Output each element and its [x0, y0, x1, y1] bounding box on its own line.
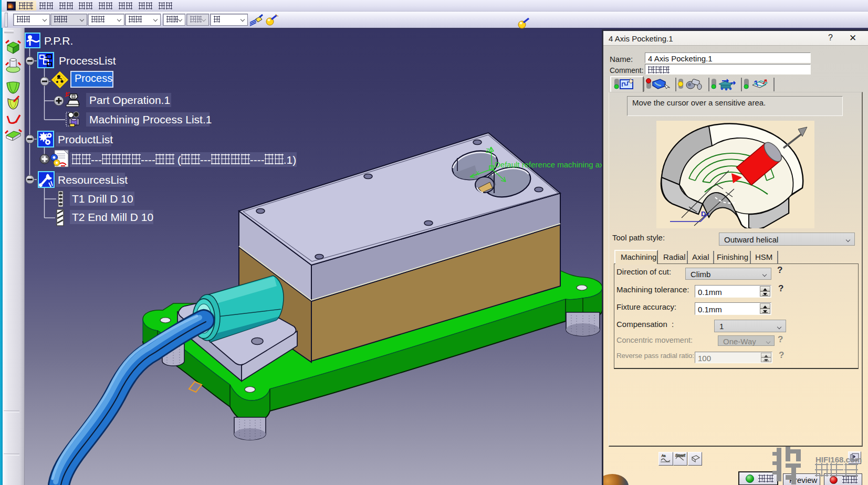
svg-text:Smart: Smart [675, 454, 686, 457]
svg-text:Aa: Aa [662, 454, 666, 457]
svg-text:X: X [476, 171, 479, 176]
svg-text:D: D [701, 210, 706, 218]
svg-text:Z: Z [486, 147, 489, 154]
svg-text:Default reference machining ax: Default reference machining axis [495, 160, 602, 169]
